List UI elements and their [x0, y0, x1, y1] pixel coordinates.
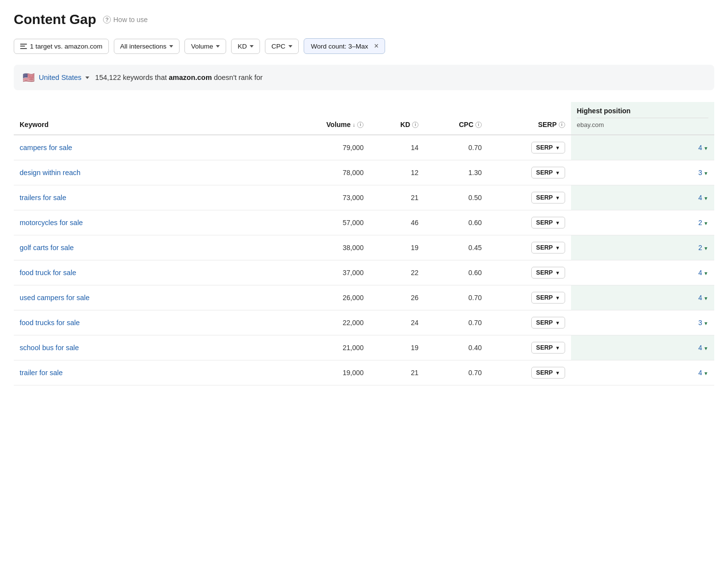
- position-arrow-icon: ▼: [702, 296, 708, 301]
- cpc-label: CPC: [271, 43, 286, 50]
- intersection-label: All intersections: [120, 43, 167, 50]
- serp-button[interactable]: SERP ▼: [531, 192, 565, 204]
- intersection-dropdown[interactable]: All intersections: [114, 39, 180, 54]
- keyword-link[interactable]: school bus for sale: [20, 344, 79, 352]
- col-volume: Volume ↓ i: [280, 102, 370, 135]
- position-cell: 2 ▼: [571, 235, 714, 260]
- kd-cell: 46: [369, 210, 424, 235]
- serp-cell: SERP ▼: [488, 360, 571, 385]
- keyword-cell: food truck for sale: [14, 260, 280, 285]
- position-cell: 2 ▼: [571, 210, 714, 235]
- volume-dropdown[interactable]: Volume: [184, 39, 226, 54]
- country-bar: 🇺🇸 United States 154,122 keywords that a…: [14, 65, 714, 90]
- position-arrow-icon: ▼: [702, 271, 708, 276]
- serp-cell: SERP ▼: [488, 310, 571, 335]
- country-selector[interactable]: 🇺🇸 United States: [23, 72, 89, 83]
- serp-cell: SERP ▼: [488, 135, 571, 160]
- col-cpc: CPC i: [424, 102, 488, 135]
- table-row: used campers for sale26,000260.70SERP ▼4…: [14, 285, 714, 310]
- target-filter-button[interactable]: 1 target vs. amazon.com: [14, 39, 109, 54]
- page-title: Content Gap: [14, 12, 96, 27]
- country-flag: 🇺🇸: [23, 72, 35, 83]
- table-row: golf carts for sale38,000190.45SERP ▼2 ▼: [14, 235, 714, 260]
- cpc-cell: 0.70: [424, 360, 488, 385]
- serp-cell: SERP ▼: [488, 260, 571, 285]
- keyword-cell: trailer for sale: [14, 360, 280, 385]
- keyword-link[interactable]: trailers for sale: [20, 194, 66, 202]
- position-arrow-icon: ▼: [702, 246, 708, 251]
- serp-cell: SERP ▼: [488, 235, 571, 260]
- col-kd: KD i: [369, 102, 424, 135]
- cpc-cell: 0.50: [424, 185, 488, 210]
- kd-cell: 24: [369, 310, 424, 335]
- col-serp: SERP i: [488, 102, 571, 135]
- serp-button[interactable]: SERP ▼: [531, 342, 565, 354]
- table-row: motorcycles for sale57,000460.60SERP ▼2 …: [14, 210, 714, 235]
- keyword-link[interactable]: food truck for sale: [20, 269, 76, 277]
- table-body: campers for sale79,000140.70SERP ▼4 ▼des…: [14, 135, 714, 385]
- keyword-link[interactable]: trailer for sale: [20, 369, 63, 377]
- volume-cell: 79,000: [280, 135, 370, 160]
- serp-button[interactable]: SERP ▼: [531, 317, 565, 329]
- table-row: trailers for sale73,000210.50SERP ▼4 ▼: [14, 185, 714, 210]
- filter-lines-icon: [20, 44, 27, 49]
- word-count-filter: Word count: 3–Max ×: [304, 38, 385, 54]
- keyword-count-prefix: keywords that: [123, 74, 169, 81]
- chevron-down-icon: [216, 45, 220, 48]
- keyword-link[interactable]: motorcycles for sale: [20, 219, 83, 227]
- cpc-cell: 0.45: [424, 235, 488, 260]
- kd-label: KD: [237, 43, 247, 50]
- keyword-link[interactable]: used campers for sale: [20, 294, 90, 302]
- volume-cell: 37,000: [280, 260, 370, 285]
- serp-button[interactable]: SERP ▼: [531, 217, 565, 229]
- keyword-count-text: 154,122 keywords that amazon.com doesn't…: [95, 74, 262, 81]
- position-cell: 4 ▼: [571, 185, 714, 210]
- kd-dropdown[interactable]: KD: [231, 39, 260, 54]
- position-arrow-icon: ▼: [702, 321, 708, 326]
- position-arrow-icon: ▼: [702, 221, 708, 226]
- country-chevron-icon: [85, 76, 89, 79]
- kd-cell: 26: [369, 285, 424, 310]
- serp-button[interactable]: SERP ▼: [531, 242, 565, 254]
- serp-button[interactable]: SERP ▼: [531, 367, 565, 379]
- position-arrow-icon: ▼: [702, 196, 708, 201]
- keyword-link[interactable]: food trucks for sale: [20, 319, 80, 327]
- serp-button[interactable]: SERP ▼: [531, 267, 565, 279]
- keyword-link[interactable]: golf carts for sale: [20, 244, 74, 252]
- how-to-use-link[interactable]: ? How to use: [103, 16, 148, 24]
- serp-button[interactable]: SERP ▼: [531, 167, 565, 178]
- volume-cell: 21,000: [280, 335, 370, 360]
- keyword-cell: food trucks for sale: [14, 310, 280, 335]
- keyword-cell: trailers for sale: [14, 185, 280, 210]
- table-header-row: Keyword Volume ↓ i KD i CPC i: [14, 102, 714, 135]
- kd-info-icon: i: [412, 122, 418, 128]
- kd-cell: 21: [369, 360, 424, 385]
- keyword-link[interactable]: campers for sale: [20, 144, 72, 152]
- serp-info-icon: i: [559, 122, 565, 128]
- cpc-dropdown[interactable]: CPC: [265, 39, 299, 54]
- keyword-cell: design within reach: [14, 160, 280, 185]
- serp-cell: SERP ▼: [488, 285, 571, 310]
- kd-cell: 21: [369, 185, 424, 210]
- page-header: Content Gap ? How to use: [14, 12, 714, 27]
- chevron-down-icon: [250, 45, 254, 48]
- table-row: food truck for sale37,000220.60SERP ▼4 ▼: [14, 260, 714, 285]
- serp-cell: SERP ▼: [488, 210, 571, 235]
- serp-button[interactable]: SERP ▼: [531, 142, 565, 153]
- volume-label: Volume: [191, 43, 213, 50]
- volume-cell: 22,000: [280, 310, 370, 335]
- cpc-cell: 1.30: [424, 160, 488, 185]
- word-count-close-button[interactable]: ×: [373, 42, 380, 50]
- kd-cell: 12: [369, 160, 424, 185]
- target-filter-label: 1 target vs. amazon.com: [30, 43, 103, 50]
- volume-info-icon: i: [357, 122, 364, 128]
- col-keyword: Keyword: [14, 102, 280, 135]
- serp-button[interactable]: SERP ▼: [531, 292, 565, 304]
- cpc-cell: 0.70: [424, 285, 488, 310]
- keyword-cell: campers for sale: [14, 135, 280, 160]
- keyword-cell: school bus for sale: [14, 335, 280, 360]
- position-cell: 4 ▼: [571, 135, 714, 160]
- keyword-link[interactable]: design within reach: [20, 169, 80, 177]
- keyword-cell: motorcycles for sale: [14, 210, 280, 235]
- volume-cell: 78,000: [280, 160, 370, 185]
